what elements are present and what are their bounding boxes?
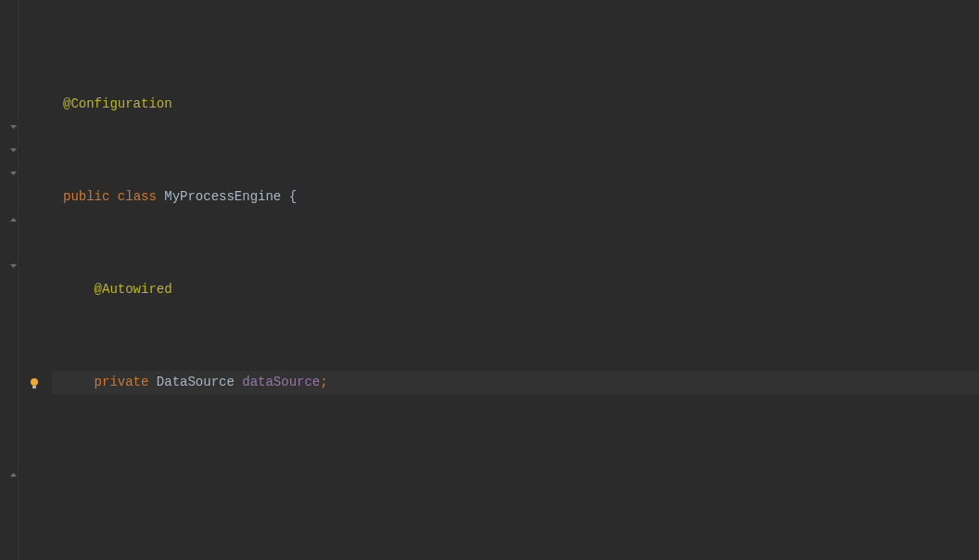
gutter (0, 0, 19, 560)
annotation: @Configuration (63, 96, 172, 111)
keyword-private: private (95, 375, 149, 389)
code-area[interactable]: @Configuration public class MyProcessEng… (52, 0, 979, 560)
type: DataSource (157, 375, 235, 389)
keyword-class: class (118, 189, 157, 204)
code-editor[interactable]: @Configuration public class MyProcessEng… (0, 0, 979, 560)
field: dataSource (242, 375, 320, 389)
code-line[interactable]: @Autowired (63, 278, 979, 301)
code-line[interactable]: @Configuration (63, 93, 979, 116)
brace: { (281, 189, 297, 204)
marker-strip (19, 0, 52, 560)
fold-marker-icon[interactable] (9, 171, 17, 178)
fold-marker-close-icon[interactable] (9, 472, 17, 479)
svg-point-0 (31, 378, 38, 386)
code-line[interactable]: @Bean (63, 556, 979, 560)
svg-rect-1 (32, 386, 36, 388)
semicolon: ; (320, 375, 327, 389)
keyword-public: public (63, 189, 109, 204)
fold-marker-close-icon[interactable] (9, 217, 17, 224)
fold-marker-icon[interactable] (9, 147, 17, 155)
lightbulb-icon[interactable] (28, 375, 41, 388)
code-line[interactable]: public class MyProcessEngine { (63, 185, 979, 209)
code-line[interactable]: private DataSource dataSource; (63, 371, 979, 394)
annotation: @Autowired (95, 282, 172, 297)
fold-marker-icon[interactable] (9, 263, 17, 271)
code-line[interactable] (63, 464, 979, 487)
fold-marker-icon[interactable] (9, 124, 17, 132)
class-name: MyProcessEngine (164, 189, 281, 204)
